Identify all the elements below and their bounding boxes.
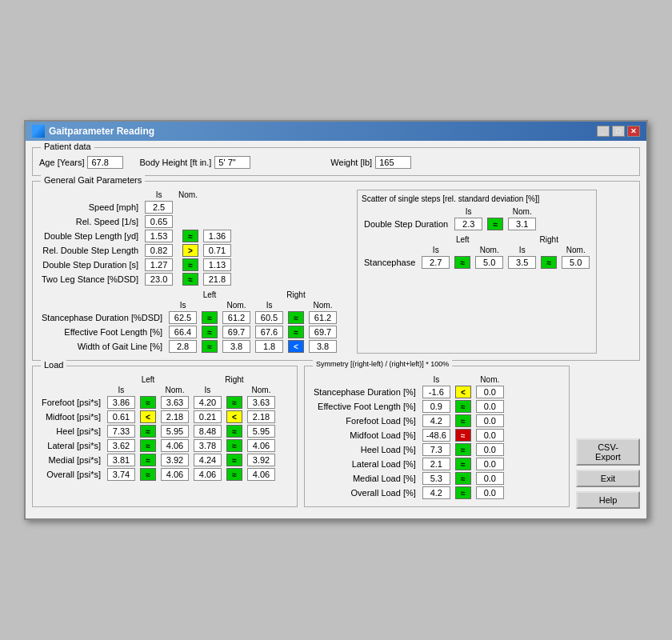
table-row: Lateral [psi*s] 3.62 ≈ 4.06 3.78 ≈ 4.06: [39, 438, 278, 453]
load-label: Load: [41, 360, 66, 370]
badge-cell: ≈: [226, 468, 242, 481]
col-right-header: Right: [253, 290, 339, 300]
value-cell: 1.8: [255, 340, 283, 353]
value-cell: 0.71: [203, 244, 231, 257]
value-cell: 4.2: [422, 414, 450, 427]
badge-cell: >: [182, 244, 198, 257]
gait-params-left: Is Nom. Speed [mph] 2.5 Rel. Speed [1/s]…: [39, 190, 339, 354]
table-row: Medial Load [%] 5.3 ≈ 0.0: [311, 471, 506, 486]
badge-cell: ≈: [202, 311, 218, 324]
value-cell: 0.21: [194, 410, 222, 423]
load-group: Load Left Right Is Nom. Is: [32, 366, 298, 507]
value-cell: 21.8: [203, 273, 231, 286]
value-cell: 3.5: [508, 256, 536, 269]
row-label: Midfoot [psi*s]: [39, 410, 105, 424]
csv-export-button[interactable]: CSV-Export: [576, 438, 640, 466]
badge-cell: ≈: [182, 230, 198, 242]
row-label: Overall Load [%]: [311, 486, 420, 500]
table-row: Width of Gait Line [%] 2.8 ≈ 3.8 1.8 < 3…: [39, 339, 339, 354]
value-cell: 2.18: [247, 410, 275, 423]
button-column: CSV-Export Exit Help: [576, 366, 640, 512]
value-cell: 2.18: [161, 410, 189, 423]
col-nom-header: Nom.: [175, 190, 201, 200]
badge-cell: ≈: [140, 396, 156, 409]
value-cell: 4.06: [247, 439, 275, 452]
value-cell: 4.2: [422, 486, 450, 499]
value-cell: 1.13: [203, 258, 231, 271]
row-label: Effective Foot Length [%]: [311, 399, 420, 414]
value-cell: 5.95: [247, 425, 275, 438]
badge-cell: ≈: [455, 400, 471, 413]
badge-cell: ≈: [226, 454, 242, 466]
window-title: Gaitparameter Reading: [49, 126, 154, 137]
scatter-section: Scatter of single steps [rel. standard d…: [357, 190, 597, 354]
table-row: Rel. Double Step Length 0.82 > 0.71: [39, 243, 234, 258]
window-controls[interactable]: _ □ ✕: [597, 126, 640, 137]
value-cell: 3.1: [508, 218, 536, 230]
value-cell: 0.0: [476, 472, 504, 485]
gait-params-table: Is Nom. Speed [mph] 2.5 Rel. Speed [1/s]…: [39, 190, 234, 286]
age-label: Age [Years]: [39, 158, 84, 167]
row-label: Effective Foot Length [%]: [39, 325, 166, 339]
table-row: Two Leg Stance [%DSD] 23.0 ≈ 21.8: [39, 272, 234, 286]
maximize-button[interactable]: □: [612, 126, 625, 137]
value-cell: 2.1: [422, 458, 450, 470]
value-cell: 4.06: [194, 468, 222, 481]
badge-cell: ≈: [140, 454, 156, 466]
value-cell: 61.2: [309, 311, 337, 324]
row-label: Heel [psi*s]: [39, 424, 105, 438]
value-cell: 8.48: [194, 425, 222, 438]
bottom-section: Load Left Right Is Nom. Is: [32, 366, 640, 512]
value-cell: 23.0: [145, 273, 173, 286]
table-row: Stancephase Duration [%] -1.6 < 0.0: [311, 385, 506, 399]
badge-cell: ≈: [455, 414, 471, 427]
table-row: Medial [psi*s] 3.81 ≈ 3.92 4.24 ≈ 3.92: [39, 453, 278, 467]
close-button[interactable]: ✕: [627, 126, 640, 137]
table-row: Rel. Speed [1/s] 0.65: [39, 214, 234, 229]
badge-cell: ≈: [541, 256, 557, 269]
badge-cell: ≈: [182, 273, 198, 286]
value-cell: 2.8: [169, 340, 197, 353]
patient-data-group: Patient data Age [Years] 67.8 Body Heigh…: [32, 147, 640, 176]
table-row: Forefoot Load [%] 4.2 ≈ 0.0: [311, 414, 506, 428]
badge-cell: ≈: [455, 472, 471, 485]
age-value: 67.8: [87, 156, 123, 169]
minimize-button[interactable]: _: [597, 126, 610, 137]
value-cell: 0.65: [145, 215, 173, 228]
help-button[interactable]: Help: [576, 491, 640, 509]
table-row: Heel [psi*s] 7.33 ≈ 5.95 8.48 ≈ 5.95: [39, 424, 278, 438]
table-row: Overall Load [%] 4.2 ≈ 0.0: [311, 486, 506, 500]
value-cell: 3.86: [107, 396, 135, 409]
title-bar: Gaitparameter Reading _ □ ✕: [26, 122, 646, 141]
age-field: Age [Years] 67.8: [39, 156, 123, 169]
row-label: Speed [mph]: [39, 200, 142, 214]
badge-cell: <: [288, 340, 304, 353]
value-cell: 3.92: [161, 454, 189, 466]
row-label: Lateral [psi*s]: [39, 438, 105, 453]
value-cell: 66.4: [169, 326, 197, 338]
value-cell: 0.0: [476, 458, 504, 470]
table-row: Double Step Length [yd] 1.53 ≈ 1.36: [39, 229, 234, 243]
badge-cell: ≈: [288, 326, 304, 338]
height-label: Body Height [ft in.]: [139, 158, 211, 167]
table-row: Heel Load [%] 7.3 ≈ 0.0: [311, 442, 506, 457]
value-cell: 69.7: [222, 326, 250, 338]
table-row: Effective Foot Length [%] 66.4 ≈ 69.7 67…: [39, 325, 339, 339]
window-body: Patient data Age [Years] 67.8 Body Heigh…: [26, 141, 646, 518]
value-cell: 0.0: [476, 386, 504, 398]
value-cell: -48.6: [422, 429, 450, 442]
value-cell: 4.24: [194, 454, 222, 466]
row-label: Double Step Duration [s]: [39, 258, 142, 272]
badge-cell: ≈: [140, 439, 156, 452]
badge-cell: ≈: [455, 443, 471, 456]
badge-cell: ≈: [202, 326, 218, 338]
row-label: Forefoot [psi*s]: [39, 395, 105, 410]
value-cell: 0.61: [107, 410, 135, 423]
value-cell: 3.92: [247, 454, 275, 466]
table-row: Forefoot [psi*s] 3.86 ≈ 3.63 4.20 ≈ 3.63: [39, 395, 278, 410]
value-cell: 1.36: [203, 230, 231, 242]
badge-cell: ≈: [182, 258, 198, 271]
exit-button[interactable]: Exit: [576, 470, 640, 487]
value-cell: -1.6: [422, 386, 450, 398]
main-window: Gaitparameter Reading _ □ ✕ Patient data…: [24, 120, 648, 520]
